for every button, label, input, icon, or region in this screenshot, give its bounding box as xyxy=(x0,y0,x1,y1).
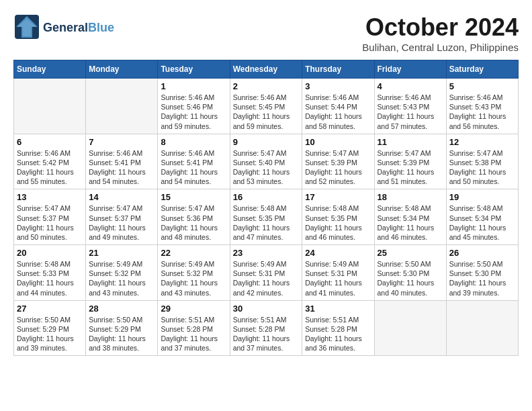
day-number: 21 xyxy=(89,248,154,258)
day-number: 27 xyxy=(17,304,83,314)
day-detail: Sunrise: 5:49 AMSunset: 5:32 PMDaylight:… xyxy=(89,259,154,298)
calendar-cell: 26Sunrise: 5:50 AMSunset: 5:30 PMDayligh… xyxy=(446,245,518,301)
calendar-cell: 13Sunrise: 5:47 AMSunset: 5:37 PMDayligh… xyxy=(14,189,86,245)
calendar-cell: 16Sunrise: 5:48 AMSunset: 5:35 PMDayligh… xyxy=(230,189,302,245)
logo-text: GeneralBlue xyxy=(43,21,114,35)
weekday-header: Friday xyxy=(374,60,446,79)
weekday-header: Saturday xyxy=(446,60,518,79)
day-detail: Sunrise: 5:48 AMSunset: 5:34 PMDaylight:… xyxy=(449,203,515,242)
calendar-cell: 9Sunrise: 5:47 AMSunset: 5:40 PMDaylight… xyxy=(230,134,302,189)
day-detail: Sunrise: 5:46 AMSunset: 5:41 PMDaylight:… xyxy=(89,148,154,187)
calendar-cell: 5Sunrise: 5:46 AMSunset: 5:43 PMDaylight… xyxy=(446,79,518,134)
weekday-header: Thursday xyxy=(302,60,374,79)
weekday-header: Wednesday xyxy=(230,60,302,79)
day-detail: Sunrise: 5:47 AMSunset: 5:37 PMDaylight:… xyxy=(17,203,83,242)
day-number: 10 xyxy=(305,137,371,147)
day-number: 6 xyxy=(17,137,83,147)
day-detail: Sunrise: 5:50 AMSunset: 5:30 PMDaylight:… xyxy=(378,259,443,298)
calendar-cell: 21Sunrise: 5:49 AMSunset: 5:32 PMDayligh… xyxy=(86,245,158,301)
day-detail: Sunrise: 5:47 AMSunset: 5:39 PMDaylight:… xyxy=(305,148,371,187)
day-detail: Sunrise: 5:47 AMSunset: 5:39 PMDaylight:… xyxy=(378,148,443,187)
day-number: 11 xyxy=(378,137,443,147)
day-number: 18 xyxy=(378,192,443,202)
day-detail: Sunrise: 5:46 AMSunset: 5:43 PMDaylight:… xyxy=(378,93,443,131)
day-detail: Sunrise: 5:48 AMSunset: 5:35 PMDaylight:… xyxy=(305,203,371,242)
calendar-table: SundayMondayTuesdayWednesdayThursdayFrid… xyxy=(13,60,519,356)
calendar-cell: 6Sunrise: 5:46 AMSunset: 5:42 PMDaylight… xyxy=(14,134,86,189)
day-number: 8 xyxy=(161,137,226,147)
day-detail: Sunrise: 5:48 AMSunset: 5:33 PMDaylight:… xyxy=(17,259,83,298)
calendar-week-row: 27Sunrise: 5:50 AMSunset: 5:29 PMDayligh… xyxy=(14,300,519,356)
day-detail: Sunrise: 5:46 AMSunset: 5:46 PMDaylight:… xyxy=(161,93,226,131)
weekday-header: Sunday xyxy=(14,60,86,79)
title-block: October 2024 Bulihan, Central Luzon, Phi… xyxy=(362,13,519,53)
day-detail: Sunrise: 5:46 AMSunset: 5:44 PMDaylight:… xyxy=(305,93,371,131)
calendar-cell: 25Sunrise: 5:50 AMSunset: 5:30 PMDayligh… xyxy=(374,245,446,301)
day-number: 20 xyxy=(17,248,83,258)
day-number: 26 xyxy=(449,248,515,258)
weekday-header: Monday xyxy=(86,60,158,79)
day-detail: Sunrise: 5:46 AMSunset: 5:42 PMDaylight:… xyxy=(17,148,83,187)
location: Bulihan, Central Luzon, Philippines xyxy=(362,42,519,53)
calendar-cell: 12Sunrise: 5:47 AMSunset: 5:38 PMDayligh… xyxy=(446,134,518,189)
day-number: 9 xyxy=(233,137,300,147)
calendar-cell: 14Sunrise: 5:47 AMSunset: 5:37 PMDayligh… xyxy=(86,189,158,245)
calendar-cell: 15Sunrise: 5:47 AMSunset: 5:36 PMDayligh… xyxy=(158,189,230,245)
day-number: 3 xyxy=(305,81,371,91)
day-number: 25 xyxy=(378,248,443,258)
calendar-cell xyxy=(14,79,86,134)
day-number: 12 xyxy=(449,137,515,147)
day-number: 16 xyxy=(233,192,300,202)
calendar-cell: 22Sunrise: 5:49 AMSunset: 5:32 PMDayligh… xyxy=(158,245,230,301)
calendar-week-row: 13Sunrise: 5:47 AMSunset: 5:37 PMDayligh… xyxy=(14,189,519,245)
day-detail: Sunrise: 5:47 AMSunset: 5:38 PMDaylight:… xyxy=(449,148,515,187)
day-number: 14 xyxy=(89,192,154,202)
day-number: 7 xyxy=(89,137,154,147)
logo: GeneralBlue xyxy=(13,13,114,43)
month-title: October 2024 xyxy=(362,13,519,42)
day-detail: Sunrise: 5:51 AMSunset: 5:28 PMDaylight:… xyxy=(305,315,371,353)
day-detail: Sunrise: 5:50 AMSunset: 5:30 PMDaylight:… xyxy=(449,259,515,298)
day-detail: Sunrise: 5:50 AMSunset: 5:29 PMDaylight:… xyxy=(17,315,83,353)
calendar-cell: 30Sunrise: 5:51 AMSunset: 5:28 PMDayligh… xyxy=(230,300,302,356)
weekday-header: Tuesday xyxy=(158,60,230,79)
day-detail: Sunrise: 5:46 AMSunset: 5:41 PMDaylight:… xyxy=(161,148,226,187)
calendar-cell: 4Sunrise: 5:46 AMSunset: 5:43 PMDaylight… xyxy=(374,79,446,134)
day-detail: Sunrise: 5:46 AMSunset: 5:43 PMDaylight:… xyxy=(449,93,515,131)
calendar-cell: 24Sunrise: 5:49 AMSunset: 5:31 PMDayligh… xyxy=(302,245,374,301)
day-detail: Sunrise: 5:49 AMSunset: 5:31 PMDaylight:… xyxy=(305,259,371,298)
day-number: 17 xyxy=(305,192,371,202)
calendar-cell: 7Sunrise: 5:46 AMSunset: 5:41 PMDaylight… xyxy=(86,134,158,189)
calendar-cell: 19Sunrise: 5:48 AMSunset: 5:34 PMDayligh… xyxy=(446,189,518,245)
day-detail: Sunrise: 5:47 AMSunset: 5:36 PMDaylight:… xyxy=(161,203,226,242)
day-detail: Sunrise: 5:47 AMSunset: 5:37 PMDaylight:… xyxy=(89,203,154,242)
day-number: 1 xyxy=(161,81,226,91)
day-number: 31 xyxy=(305,304,371,314)
calendar-cell: 8Sunrise: 5:46 AMSunset: 5:41 PMDaylight… xyxy=(158,134,230,189)
day-detail: Sunrise: 5:51 AMSunset: 5:28 PMDaylight:… xyxy=(161,315,226,353)
day-detail: Sunrise: 5:50 AMSunset: 5:29 PMDaylight:… xyxy=(89,315,154,353)
day-detail: Sunrise: 5:49 AMSunset: 5:31 PMDaylight:… xyxy=(233,259,300,298)
day-detail: Sunrise: 5:47 AMSunset: 5:40 PMDaylight:… xyxy=(233,148,300,187)
day-number: 29 xyxy=(161,304,226,314)
day-number: 23 xyxy=(233,248,300,258)
calendar-week-row: 6Sunrise: 5:46 AMSunset: 5:42 PMDaylight… xyxy=(14,134,519,189)
calendar-cell: 18Sunrise: 5:48 AMSunset: 5:34 PMDayligh… xyxy=(374,189,446,245)
calendar-cell: 1Sunrise: 5:46 AMSunset: 5:46 PMDaylight… xyxy=(158,79,230,134)
calendar-cell: 3Sunrise: 5:46 AMSunset: 5:44 PMDaylight… xyxy=(302,79,374,134)
logo-icon xyxy=(13,13,40,40)
calendar-cell: 10Sunrise: 5:47 AMSunset: 5:39 PMDayligh… xyxy=(302,134,374,189)
day-number: 4 xyxy=(378,81,443,91)
calendar-cell: 27Sunrise: 5:50 AMSunset: 5:29 PMDayligh… xyxy=(14,300,86,356)
calendar-cell xyxy=(446,300,518,356)
day-detail: Sunrise: 5:48 AMSunset: 5:35 PMDaylight:… xyxy=(233,203,300,242)
calendar-cell: 31Sunrise: 5:51 AMSunset: 5:28 PMDayligh… xyxy=(302,300,374,356)
calendar-cell xyxy=(86,79,158,134)
calendar-week-row: 20Sunrise: 5:48 AMSunset: 5:33 PMDayligh… xyxy=(14,245,519,301)
calendar-header-row: SundayMondayTuesdayWednesdayThursdayFrid… xyxy=(14,60,519,79)
day-detail: Sunrise: 5:49 AMSunset: 5:32 PMDaylight:… xyxy=(161,259,226,298)
day-detail: Sunrise: 5:48 AMSunset: 5:34 PMDaylight:… xyxy=(378,203,443,242)
calendar-cell: 29Sunrise: 5:51 AMSunset: 5:28 PMDayligh… xyxy=(158,300,230,356)
calendar-cell: 17Sunrise: 5:48 AMSunset: 5:35 PMDayligh… xyxy=(302,189,374,245)
calendar-cell: 23Sunrise: 5:49 AMSunset: 5:31 PMDayligh… xyxy=(230,245,302,301)
